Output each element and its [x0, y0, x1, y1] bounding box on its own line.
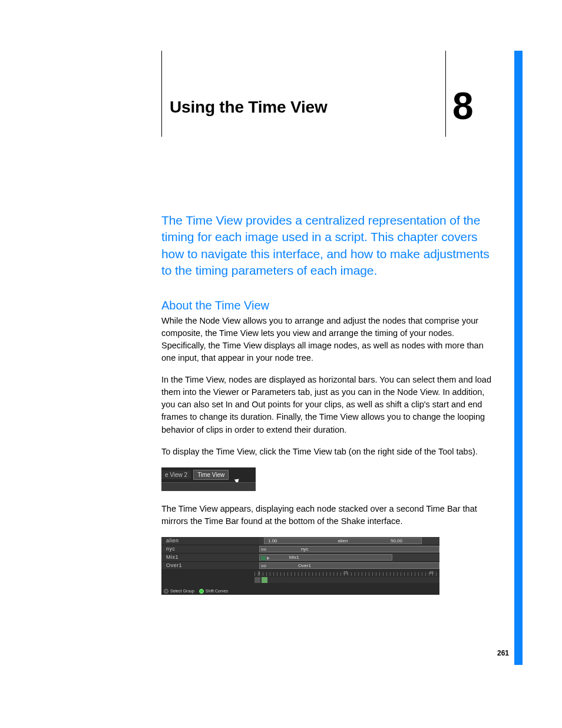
- option-select-group: Select Group: [164, 589, 194, 594]
- infinity-icon: oo: [261, 563, 266, 568]
- clip-name: alien: [338, 538, 348, 543]
- ruler-tick: 25: [343, 571, 348, 575]
- ruler-tick: 49: [429, 571, 434, 575]
- scroll-handle-icon: [262, 577, 267, 583]
- node-status-icon: [261, 556, 266, 561]
- row-label: Mix1: [161, 554, 259, 561]
- clip-name: Mix1: [289, 555, 299, 560]
- header-rule-right: [445, 51, 446, 137]
- screenshot-tabs: e View 2 Time View: [161, 467, 256, 491]
- tab-inactive: e View 2: [161, 470, 191, 479]
- timeview-row: nyc oo nyc: [161, 545, 439, 554]
- section-heading: About the Time View: [161, 299, 491, 312]
- row-label: alien: [161, 537, 259, 545]
- clip-out-frame: 50.00: [391, 538, 402, 543]
- infinity-icon: oo: [261, 546, 266, 552]
- body-paragraph: To display the Time View, click the Time…: [161, 446, 491, 458]
- chapter-number: 8: [452, 87, 474, 125]
- tab-time-view: Time View: [193, 470, 229, 480]
- timeview-row: alien 1.00 alien 50.00: [161, 537, 439, 545]
- time-ruler: 1 25 49: [254, 570, 439, 577]
- timeview-row: Over1 oo Over1: [161, 562, 439, 570]
- clip-in-frame: 1.00: [268, 538, 277, 543]
- screenshot-timeview: alien 1.00 alien 50.00 nyc oo nyc: [161, 537, 439, 595]
- timeview-row: Mix1 Mix1: [161, 554, 439, 562]
- body-paragraph: While the Node View allows you to arrang…: [161, 315, 491, 364]
- scroll-handle-icon: [254, 577, 260, 583]
- body-paragraph: The Time View appears, displaying each n…: [161, 503, 491, 528]
- ruler-tick: 1: [258, 571, 260, 575]
- clip-name: Over1: [298, 563, 311, 568]
- clip-name: nyc: [301, 546, 308, 552]
- chapter-title: Using the Time View: [170, 98, 327, 117]
- option-label: Shift Curves: [206, 589, 228, 593]
- row-label: nyc: [161, 545, 259, 553]
- option-label: Select Group: [170, 589, 194, 593]
- row-label: Over1: [161, 562, 259, 569]
- page-number: 261: [497, 649, 509, 657]
- timeview-footer: Select Group Shift Curves: [164, 589, 228, 594]
- chapter-intro: The Time View provides a centralized rep…: [161, 212, 491, 279]
- header-rule-left: [161, 51, 162, 137]
- body-paragraph: In the Time View, nodes are displayed as…: [161, 374, 491, 436]
- radio-icon: [164, 589, 168, 594]
- play-icon: [267, 556, 270, 560]
- option-shift-curves: Shift Curves: [199, 589, 228, 594]
- tab-underbar: [161, 482, 256, 491]
- radio-icon: [199, 589, 204, 594]
- page-accent-strip: [514, 51, 523, 665]
- time-scrollbar: [254, 577, 439, 583]
